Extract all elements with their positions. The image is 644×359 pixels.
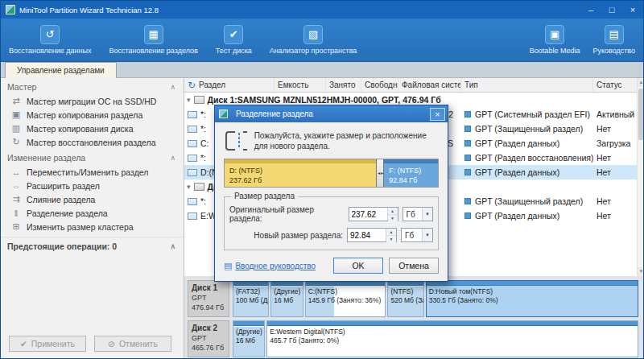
sidebar-item-split[interactable]: ‖ Разделение раздела — [1, 206, 184, 220]
disk1-map-label[interactable]: Диск 1 GPT 476.94 Гб — [188, 280, 229, 317]
sidebar-group-wizard[interactable]: Мастер ∧ — [1, 78, 184, 94]
disk-scheme: GPT — [192, 293, 225, 303]
expander-icon[interactable]: ▾ — [187, 96, 191, 104]
spin-up-icon[interactable]: ▲ — [386, 229, 396, 236]
sidebar-group-change-partition[interactable]: Изменение раздела ∧ — [1, 149, 184, 165]
disk-size: 465.76 Гб — [192, 343, 225, 353]
new-size-row: Новый размер раздела: ▲ ▼ Гб ▼ — [229, 228, 433, 242]
column-type: Тип — [461, 78, 593, 92]
new-unit-select[interactable]: Гб ▼ — [401, 228, 433, 242]
dialog-close-button[interactable]: × — [430, 108, 445, 121]
ok-button[interactable]: OK — [333, 258, 383, 274]
maximize-button[interactable]: □ — [601, 1, 622, 19]
column-used: Занято — [326, 78, 361, 92]
tab-partition-management[interactable]: Управление разделами — [5, 62, 117, 78]
disk2-partitions: (Другие) 16 Мб E:Western Digital(NTFS) 4… — [233, 320, 638, 357]
type-value: GPT (Защищенный раздел) — [475, 196, 583, 206]
dropdown-icon[interactable]: ▼ — [422, 208, 432, 221]
sidebar-item-restore-partition[interactable]: ↻ Мастер восстановления раздела — [1, 135, 184, 149]
sidebar-item-label: Разделение раздела — [27, 208, 108, 218]
sidebar-item-extend[interactable]: ⇔ Расширить раздел — [1, 179, 184, 192]
spin-down-icon[interactable]: ▼ — [388, 215, 398, 221]
migrate-os-icon: ⇄ — [11, 96, 21, 106]
split-size-slider: D: (NTFS) 237.62 Гб ◄► F: (NTFS) 92.84 Г… — [224, 159, 439, 188]
apply-button[interactable]: ✔ Применить — [9, 336, 86, 352]
partition-recovery-icon: ▦ — [144, 25, 163, 44]
scroll-down-icon[interactable]: ▼ — [638, 267, 644, 276]
spin-down-icon[interactable]: ▼ — [386, 236, 396, 242]
tool-partition-recovery[interactable]: ▦ Восстановление разделов — [109, 25, 198, 55]
disk2-map-label[interactable]: Диск 2 GPT 465.76 Гб — [188, 320, 229, 357]
sidebar-item-move-resize[interactable]: ↔ Переместить/Изменить раздел — [1, 165, 184, 179]
chevron-up-icon: ∧ — [170, 242, 175, 250]
scroll-up-icon[interactable]: ▲ — [638, 78, 644, 87]
data-recovery-icon: ↺ — [40, 25, 60, 44]
toolbar-right-group: ▣ Bootable Media ▤ Руководство — [530, 25, 635, 55]
cancel-button[interactable]: Отмена — [389, 258, 439, 274]
column-label: Раздел — [199, 80, 225, 89]
new-size-input[interactable] — [348, 229, 386, 241]
sidebar-item-cluster-size[interactable]: ⊞ Изменить размер кластера — [1, 220, 184, 233]
expander-icon[interactable]: ▾ — [187, 183, 191, 191]
tool-label: Bootable Media — [530, 47, 580, 55]
map-partition-recovery[interactable]: (NTFS) 520 Мб (За... — [387, 280, 423, 317]
map-partition-d-selected[interactable]: D:Новый том(NTFS) 330.5 Гб (Занято: 0%) — [426, 280, 638, 317]
tool-space-analyzer[interactable]: ▧ Анализатор пространства — [270, 25, 357, 55]
partition-icon — [188, 198, 197, 205]
tool-data-recovery[interactable]: ↺ Восстановление данных — [9, 25, 92, 55]
app-logo-icon — [6, 5, 15, 14]
sidebar-item-copy-disk[interactable]: ▥ Мастер копирования диска — [1, 122, 184, 135]
minimize-button[interactable]: – — [580, 1, 601, 19]
sidebar-item-copy-partition[interactable]: ▣ Мастер копирования раздела — [1, 108, 184, 122]
disk-map: Диск 1 GPT 476.94 Гб (FAT32) 100 Мб (Др.… — [184, 276, 643, 358]
map-partition-c[interactable]: C:(NTFS) 145.9 Гб (Занято: 36%) — [305, 280, 386, 317]
disk-size: 476.94 Гб — [192, 303, 225, 312]
partition-size: 16 Мб — [233, 336, 264, 345]
unit-value: Гб — [402, 229, 422, 241]
sidebar-item-migrate-os[interactable]: ⇄ Мастер миграции ОС на SSD/HD — [1, 94, 184, 108]
map-partition-msr2[interactable]: (Другие) 16 Мб — [233, 320, 265, 357]
undo-label: Отменить — [119, 339, 158, 349]
tool-label: Восстановление данных — [9, 47, 92, 55]
tool-guide[interactable]: ▤ Руководство — [592, 25, 635, 55]
undo-button[interactable]: ⊘ Отменить — [94, 336, 171, 352]
original-unit-select[interactable]: Гб ▼ — [402, 207, 434, 221]
partition-icon — [188, 140, 197, 147]
partition-strip — [427, 281, 638, 286]
partition-label: E:Western Digital(NTFS) — [267, 328, 638, 336]
partition-label: D:Новый том(NTFS) — [427, 287, 638, 296]
map-partition-msr[interactable]: (Другие) 16 Мб — [270, 280, 303, 317]
intro-guide-link[interactable]: ▤ Вводное руководство — [224, 261, 316, 271]
segment-strip — [384, 159, 438, 163]
slider-drag-handle[interactable]: ◄► — [376, 159, 384, 187]
sidebar-item-merge[interactable]: ⇉ Слияние раздела — [1, 192, 184, 206]
partition-label: C:(NTFS) — [306, 287, 386, 296]
spin-up-icon[interactable]: ▲ — [388, 208, 398, 215]
tool-disk-test[interactable]: ✔ Тест диска — [216, 25, 252, 55]
slider-original-segment: D: (NTFS) 237.62 Гб — [225, 159, 376, 187]
column-filesystem: Файловая система — [398, 78, 461, 92]
partition-label: (FAT32) — [233, 287, 268, 296]
map-partition-e[interactable]: E:Western Digital(NTFS) 465.7 Гб (Занято… — [266, 320, 638, 357]
map-partition-efi[interactable]: (FAT32) 100 Мб (Др... — [233, 280, 269, 317]
scrollbar-thumb[interactable] — [638, 89, 644, 140]
dialog-footer: ▤ Вводное руководство OK Отмена — [223, 258, 440, 274]
tool-label: Восстановление разделов — [109, 47, 198, 55]
column-capacity: Емкость — [275, 78, 326, 92]
dropdown-icon[interactable]: ▼ — [422, 229, 432, 241]
refresh-icon[interactable]: ↻ — [188, 80, 196, 91]
pending-operations-header[interactable]: Предстоящие операции: 0 ∧ — [1, 237, 184, 254]
split-partition-icon: ‖ — [11, 208, 21, 218]
type-icon — [464, 155, 471, 161]
type-value: GPT (Раздел данных) — [475, 211, 559, 221]
close-button[interactable]: × — [622, 1, 643, 19]
vertical-scrollbar[interactable]: ▲ ▼ — [637, 78, 644, 276]
spinner-buttons: ▲ ▼ — [387, 208, 398, 221]
tool-label: Тест диска — [216, 47, 252, 55]
tool-bootable-media[interactable]: ▣ Bootable Media — [530, 25, 580, 55]
new-size-label: Новый размер раздела: — [254, 231, 343, 240]
type-value: GPT (Раздел восстановления) — [475, 153, 593, 163]
original-size-input[interactable] — [349, 208, 387, 221]
unit-value: Гб — [403, 208, 423, 221]
column-partition: ↻ Раздел — [184, 78, 275, 92]
